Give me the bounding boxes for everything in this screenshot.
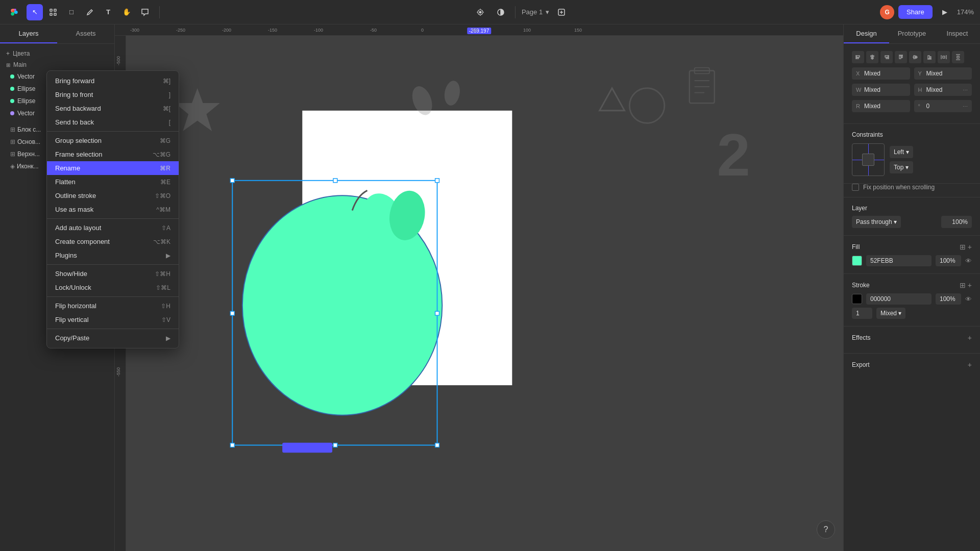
align-center-h-btn[interactable] (866, 51, 878, 63)
canvas-content[interactable]: 2 (126, 36, 843, 551)
angle-label: ° (918, 103, 924, 109)
align-top-btn[interactable] (895, 51, 907, 63)
ctx-send-backward[interactable]: Send backward ⌘[ (47, 102, 179, 115)
align-bottom-btn[interactable] (923, 51, 936, 63)
theme-toggle[interactable] (493, 4, 509, 20)
canvas[interactable]: -269.197 -300 -250 -200 -150 -100 -50 0 … (115, 24, 843, 551)
stroke-add-btn[interactable]: + (968, 281, 972, 289)
ruler-horizontal: -269.197 -300 -250 -200 -150 -100 -50 0 … (115, 24, 843, 36)
svg-rect-36 (435, 443, 439, 447)
page-selector[interactable]: Page 1 ▾ (522, 8, 549, 16)
share-button[interactable]: Share (898, 5, 933, 19)
svg-rect-1 (54, 9, 56, 11)
ctx-sep-1 (47, 131, 179, 132)
tab-inspect[interactable]: Inspect (935, 24, 980, 43)
hand-tool[interactable]: ✋ (118, 4, 135, 20)
w-field[interactable]: W Mixed (852, 84, 910, 96)
frame-tool[interactable] (45, 4, 61, 20)
effects-add-btn[interactable]: + (968, 334, 972, 342)
ctx-sep-4 (47, 296, 179, 297)
y-field[interactable]: Y Mixed (914, 67, 972, 80)
x-value: Mixed (864, 70, 906, 77)
main-section[interactable]: ⊞ Main (6, 59, 108, 70)
distribute-v-btn[interactable] (952, 51, 964, 63)
fill-hex-value[interactable]: 52FEBB (866, 255, 932, 266)
svg-rect-32 (230, 311, 234, 315)
stroke-type-select[interactable]: Mixed ▾ (876, 308, 905, 319)
angle-field[interactable]: ° 0 ⋯ (914, 100, 972, 112)
fill-opacity-value[interactable]: 100% (936, 255, 961, 266)
r-field[interactable]: R Mixed (852, 100, 910, 112)
export-add-btn[interactable]: + (968, 361, 972, 369)
comment-tool[interactable] (137, 4, 153, 20)
h-field[interactable]: H Mixed ⋯ (914, 84, 972, 96)
svg-rect-33 (435, 311, 439, 315)
stroke-grid-btn[interactable]: ⊞ (960, 281, 966, 289)
ctx-flatten[interactable]: Flatten ⌘E (47, 175, 179, 189)
constraint-vertical[interactable]: Top ▾ (890, 161, 913, 173)
align-right-btn[interactable] (880, 51, 893, 63)
fill-eye-icon[interactable]: 👁 (965, 257, 972, 265)
fill-title: Fill (852, 243, 860, 251)
align-left-btn[interactable] (852, 51, 864, 63)
svg-rect-2 (50, 13, 52, 15)
constraints-selects: Left ▾ Top ▾ (890, 146, 913, 173)
prototype-toggle[interactable] (553, 4, 570, 20)
shape-tool[interactable]: □ (63, 4, 80, 20)
fill-grid-btn[interactable]: ⊞ (960, 243, 966, 251)
grid-toggle[interactable] (472, 4, 488, 20)
tab-assets[interactable]: Assets (57, 24, 114, 43)
alignment-section: X Mixed Y Mixed W Mixed H Mixed ⋯ R Mixe… (844, 44, 980, 124)
x-field[interactable]: X Mixed (852, 67, 910, 80)
ctx-copy-paste[interactable]: Copy/Paste ▶ (47, 331, 179, 345)
fill-add-btn[interactable]: + (968, 243, 972, 251)
ctx-bring-front[interactable]: Bring to front ] (47, 88, 179, 102)
svg-rect-0 (50, 9, 52, 11)
select-tool[interactable]: ↖ (27, 4, 43, 20)
opacity-field[interactable]: 100% (941, 216, 972, 228)
y-value: Mixed (926, 70, 968, 77)
figma-logo[interactable] (6, 4, 22, 20)
ctx-show-hide[interactable]: Show/Hide ⇧⌘H (47, 267, 179, 281)
stroke-weight-value[interactable]: 1 (852, 308, 872, 319)
svg-point-5 (479, 11, 481, 13)
colors-section[interactable]: + Цвета (6, 48, 108, 59)
stroke-eye-icon[interactable]: 👁 (965, 295, 972, 303)
right-panel: Design Prototype Inspect (843, 24, 980, 551)
canvas-shapes: 2 (126, 36, 843, 551)
ctx-flip-vertical[interactable]: Flip vertical ⇧V (47, 313, 179, 327)
ctx-frame-selection[interactable]: Frame selection ⌥⌘G (47, 147, 179, 161)
fill-color-swatch[interactable] (852, 256, 862, 266)
ctx-bring-forward[interactable]: Bring forward ⌘] (47, 74, 179, 88)
blend-mode-select[interactable]: Pass through ▾ (852, 216, 901, 228)
constraint-horizontal[interactable]: Left ▾ (890, 146, 913, 158)
svg-rect-3 (54, 13, 56, 15)
stroke-color-swatch[interactable] (852, 294, 862, 304)
tab-prototype[interactable]: Prototype (889, 24, 935, 43)
play-button[interactable]: ▶ (937, 4, 953, 20)
text-tool[interactable]: T (100, 4, 116, 20)
user-avatar[interactable]: G (880, 5, 894, 19)
align-center-v-btn[interactable] (909, 51, 921, 63)
svg-rect-29 (230, 179, 234, 183)
ctx-group-selection[interactable]: Group selection ⌘G (47, 134, 179, 147)
stroke-opacity-value[interactable]: 100% (936, 293, 961, 305)
ctx-create-component[interactable]: Create component ⌥⌘K (47, 235, 179, 248)
zoom-level[interactable]: 174% (957, 8, 974, 16)
stroke-hex-value[interactable]: 000000 (866, 293, 932, 305)
tab-layers[interactable]: Layers (0, 24, 57, 43)
ctx-use-as-mask[interactable]: Use as mask ^⌘M (47, 203, 179, 216)
ctx-outline-stroke[interactable]: Outline stroke ⇧⌘O (47, 189, 179, 203)
ctx-plugins[interactable]: Plugins ▶ (47, 248, 179, 262)
fix-position-checkbox[interactable] (852, 184, 859, 191)
ctx-lock-unlock[interactable]: Lock/Unlock ⇧⌘L (47, 281, 179, 294)
ctx-rename[interactable]: Rename ⌘R (47, 161, 179, 175)
chevron-down-icon: ▾ (906, 148, 909, 156)
ctx-send-back[interactable]: Send to back [ (47, 115, 179, 129)
tab-design[interactable]: Design (844, 24, 889, 43)
ctx-flip-horizontal[interactable]: Flip horizontal ⇧H (47, 299, 179, 313)
pen-tool[interactable] (82, 4, 98, 20)
help-button[interactable]: ? (817, 520, 835, 539)
ctx-add-auto-layout[interactable]: Add auto layout ⇧A (47, 221, 179, 235)
distribute-h-btn[interactable] (938, 51, 950, 63)
